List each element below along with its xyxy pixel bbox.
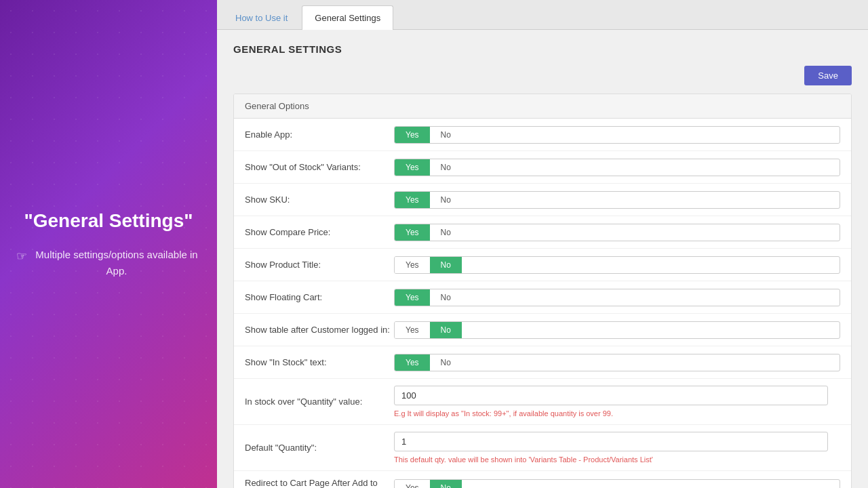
toggle-no-out-of-stock[interactable]: No [430, 159, 462, 176]
toggle-in-stock-text: Yes No [394, 354, 840, 371]
toggle-yes-in-stock-text[interactable]: Yes [395, 354, 430, 371]
option-control-redirect-to-cart: Yes No [394, 479, 840, 488]
input-default-quantity[interactable] [394, 432, 828, 451]
option-label-in-stock-text: Show "In Stock" text: [245, 357, 394, 367]
option-control-floating-cart: Yes No [394, 289, 840, 306]
tab-how-to-use[interactable]: How to Use it [222, 5, 300, 30]
content-area: GENERAL SETTINGS Save General Options En… [217, 30, 868, 488]
toggle-no-product-title[interactable]: No [430, 257, 462, 273]
toggle-show-sku: Yes No [394, 191, 840, 209]
save-button[interactable]: Save [804, 66, 852, 85]
toggle-yes-floating-cart[interactable]: Yes [395, 289, 430, 306]
toggle-yes-redirect-to-cart[interactable]: Yes [395, 480, 430, 488]
option-label-product-title: Show Product Title: [245, 260, 394, 270]
sidebar-description: ☞ Multiple settings/options available in… [16, 247, 201, 279]
main-panel: How to Use it General Settings GENERAL S… [217, 0, 868, 488]
option-row-product-title: Show Product Title: Yes No [234, 249, 851, 281]
option-label-show-sku: Show SKU: [245, 195, 394, 205]
toggle-compare-price: Yes No [394, 224, 840, 241]
toggle-yes-enable-app[interactable]: Yes [395, 127, 430, 143]
option-row-default-quantity: Default "Quantity": This default qty. va… [234, 425, 851, 471]
option-row-customer-logged-in: Show table after Customer logged in: Yes… [234, 314, 851, 346]
options-list: Enable App: Yes No Show "Out of Stock" V… [234, 119, 851, 488]
toggle-no-floating-cart[interactable]: No [430, 289, 462, 306]
option-row-in-stock-text: Show "In Stock" text: Yes No [234, 346, 851, 379]
tab-general-settings[interactable]: General Settings [302, 5, 393, 30]
option-row-show-sku: Show SKU: Yes No [234, 184, 851, 216]
option-row-redirect-to-cart: Redirect to Cart Page After Add to Cart:… [234, 471, 851, 488]
option-label-redirect-to-cart: Redirect to Cart Page After Add to Cart: [245, 478, 394, 488]
hint-default-quantity: This default qty. value will be shown in… [394, 455, 840, 464]
general-options-card: General Options Enable App: Yes No Show … [233, 94, 852, 488]
toggle-yes-out-of-stock[interactable]: Yes [395, 159, 430, 176]
toggle-customer-logged-in: Yes No [394, 321, 840, 339]
input-in-stock-quantity[interactable] [394, 386, 828, 405]
option-label-enable-app: Enable App: [245, 129, 394, 140]
toggle-yes-customer-logged-in[interactable]: Yes [395, 322, 430, 338]
tab-bar: How to Use it General Settings [217, 0, 868, 30]
toggle-no-customer-logged-in[interactable]: No [430, 322, 462, 338]
toggle-enable-app: Yes No [394, 126, 840, 144]
option-control-product-title: Yes No [394, 256, 840, 274]
option-row-floating-cart: Show Floating Cart: Yes No [234, 281, 851, 314]
options-card-header: General Options [234, 94, 851, 119]
option-control-customer-logged-in: Yes No [394, 321, 840, 339]
hand-icon: ☞ [16, 247, 27, 266]
toggle-no-compare-price[interactable]: No [430, 224, 462, 241]
option-row-enable-app: Enable App: Yes No [234, 119, 851, 151]
page-title: GENERAL SETTINGS [233, 43, 852, 55]
option-label-default-quantity: Default "Quantity": [245, 443, 394, 453]
toggle-out-of-stock: Yes No [394, 159, 840, 176]
option-label-out-of-stock: Show "Out of Stock" Variants: [245, 162, 394, 172]
option-control-out-of-stock: Yes No [394, 159, 840, 176]
option-row-out-of-stock: Show "Out of Stock" Variants: Yes No [234, 151, 851, 184]
sidebar: "General Settings" ☞ Multiple settings/o… [0, 0, 217, 488]
option-control-default-quantity: This default qty. value will be shown in… [394, 432, 840, 464]
toggle-floating-cart: Yes No [394, 289, 840, 306]
toggle-product-title: Yes No [394, 256, 840, 274]
hint-in-stock-quantity: E.g It will display as "In stock: 99+", … [394, 409, 840, 418]
toggle-no-show-sku[interactable]: No [430, 192, 462, 208]
toggle-redirect-to-cart: Yes No [394, 479, 840, 488]
option-label-in-stock-quantity: In stock over "Quantity" value: [245, 396, 394, 407]
save-bar: Save [233, 66, 852, 85]
option-label-customer-logged-in: Show table after Customer logged in: [245, 325, 394, 335]
toggle-yes-product-title[interactable]: Yes [395, 257, 430, 273]
toggle-no-enable-app[interactable]: No [430, 127, 462, 143]
toggle-no-redirect-to-cart[interactable]: No [430, 480, 462, 488]
option-label-floating-cart: Show Floating Cart: [245, 292, 394, 302]
option-control-enable-app: Yes No [394, 126, 840, 144]
option-row-in-stock-quantity: In stock over "Quantity" value: E.g It w… [234, 379, 851, 425]
option-control-in-stock-text: Yes No [394, 354, 840, 371]
toggle-no-in-stock-text[interactable]: No [430, 354, 462, 371]
option-control-in-stock-quantity: E.g It will display as "In stock: 99+", … [394, 386, 840, 418]
option-label-compare-price: Show Compare Price: [245, 227, 394, 237]
option-row-compare-price: Show Compare Price: Yes No [234, 216, 851, 249]
option-control-show-sku: Yes No [394, 191, 840, 209]
toggle-yes-show-sku[interactable]: Yes [395, 192, 430, 208]
option-control-compare-price: Yes No [394, 224, 840, 241]
sidebar-title: "General Settings" [16, 209, 201, 233]
toggle-yes-compare-price[interactable]: Yes [395, 224, 430, 241]
